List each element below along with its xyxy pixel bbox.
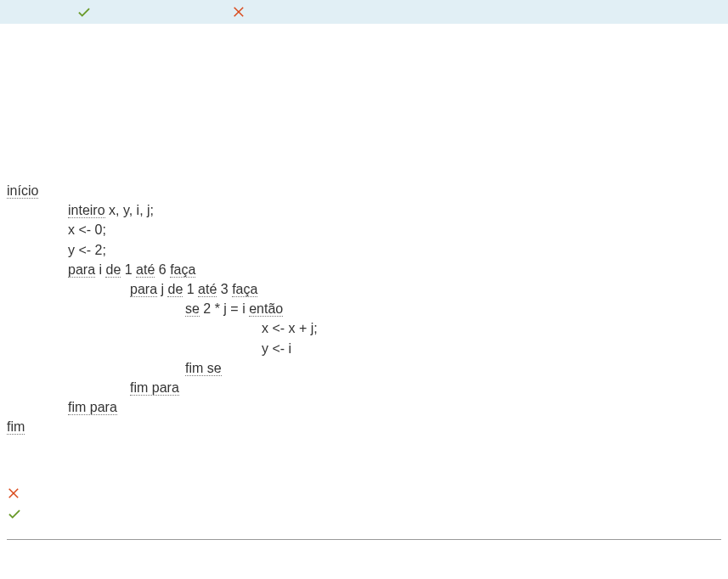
kw-inteiro: inteiro <box>68 203 105 218</box>
top-bar <box>0 0 728 24</box>
kw-fimse: fim se <box>185 361 222 376</box>
stmt-y2: y <- 2; <box>68 243 106 257</box>
pseudocode-block: início inteiro x, y, i, j; x <- 0; y <- … <box>0 24 728 436</box>
check-icon[interactable] <box>76 4 92 20</box>
kw-ate: até <box>198 282 217 297</box>
kw-se: se <box>185 301 200 317</box>
kw-de: de <box>167 282 183 297</box>
var-decl: x, y, i, j; <box>105 203 154 217</box>
kw-inicio: início <box>7 183 38 199</box>
kw-faca: faça <box>232 282 257 297</box>
kw-ate: até <box>136 262 155 278</box>
kw-para-outer: para <box>68 262 95 278</box>
kw-para-inner: para <box>130 282 157 297</box>
kw-entao: então <box>249 301 283 317</box>
check-icon[interactable] <box>7 506 22 521</box>
kw-fimpara-outer: fim para <box>68 400 117 415</box>
kw-faca: faça <box>170 262 195 278</box>
kw-de: de <box>105 262 121 278</box>
kw-fim: fim <box>7 419 25 435</box>
stmt-x0: x <- 0; <box>68 222 106 237</box>
cross-icon[interactable] <box>232 4 247 20</box>
stmt-yi: y <- i <box>262 341 291 356</box>
stmt-xj: x <- x + j; <box>262 321 318 335</box>
kw-fimpara-inner: fim para <box>130 380 179 396</box>
bottom-icons <box>0 436 728 524</box>
divider <box>7 539 721 540</box>
cross-icon[interactable] <box>7 486 22 501</box>
